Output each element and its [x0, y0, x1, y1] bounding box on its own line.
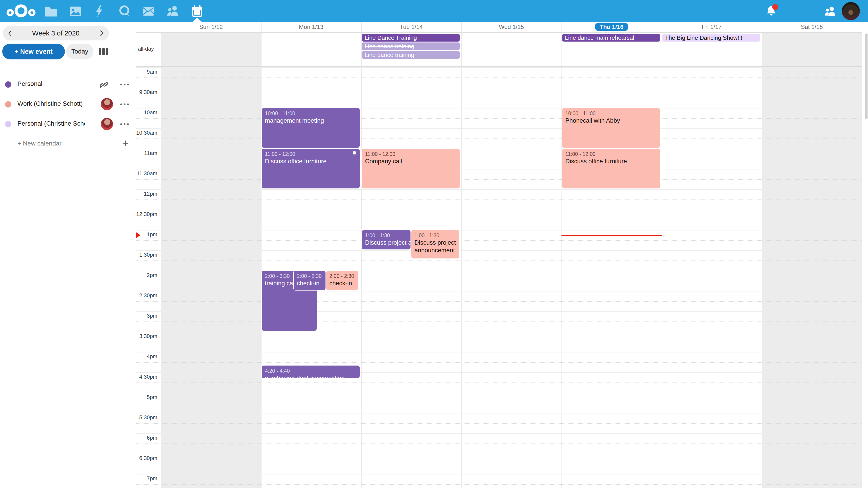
event-time: 11:00 - 12:00 [265, 151, 358, 158]
time-axis-label: 7pm [135, 475, 157, 482]
time-axis-label: 9:30am [135, 89, 157, 95]
day-header: Mon 1/13 [261, 22, 361, 32]
week-label[interactable]: Week 3 of 2020 [18, 26, 94, 40]
top-bar [0, 0, 868, 22]
app-icon-calendar[interactable] [190, 4, 204, 18]
time-axis-label: 12:30pm [135, 211, 157, 217]
time-axis-label: 4:30pm [135, 374, 157, 380]
time-axis-label: 5:30pm [135, 414, 157, 421]
contacts-menu-icon[interactable] [824, 5, 836, 18]
calendar-actions-menu-icon[interactable] [120, 121, 130, 127]
day-header: Tue 1/14 [361, 22, 461, 32]
event-title: management meeting [265, 117, 358, 125]
app-icon-files[interactable] [44, 4, 58, 18]
timed-event[interactable]: 10:00 - 11:00Phonecall with Abby [562, 108, 660, 148]
current-time-arrow [136, 232, 141, 238]
app-icon-talk[interactable] [118, 4, 131, 18]
day-column[interactable] [762, 67, 862, 488]
notifications-bell-icon[interactable] [765, 5, 778, 18]
today-button[interactable]: Today [66, 43, 93, 59]
allday-event[interactable]: Line Dance Training [362, 34, 460, 41]
app-icon-photos[interactable] [68, 4, 82, 18]
new-event-button[interactable]: + New event [2, 43, 65, 59]
view-switcher-icon[interactable] [99, 48, 108, 55]
allday-event[interactable]: The Big Line Dancing Show!!! [662, 34, 760, 41]
sidebar: Week 3 of 2020 + New event Today Persona… [0, 22, 135, 488]
event-time: 1:00 - 1:30 [365, 232, 408, 239]
time-axis-label: 9am [135, 69, 157, 75]
allday-event[interactable]: Line dance training [362, 51, 460, 59]
time-axis-label: 2pm [135, 272, 157, 278]
current-time-line [561, 235, 662, 236]
timed-event[interactable]: 10:00 - 11:00management meeting [262, 108, 360, 148]
calendar-actions-menu-icon[interactable] [120, 81, 130, 88]
event-time: 2:00 - 2:30 [329, 273, 356, 280]
calendar-name: Work (Christine Schott) [18, 100, 83, 107]
plus-icon [122, 139, 130, 147]
active-app-pointer [192, 18, 202, 22]
timed-event[interactable]: 11:00 - 12:00Discuss office furniture [262, 149, 360, 188]
time-axis-label: 3pm [135, 313, 157, 319]
previous-week-button[interactable] [3, 26, 18, 40]
new-calendar-button[interactable]: + New calendar [0, 134, 135, 154]
event-time: 10:00 - 11:00 [565, 110, 658, 117]
nextcloud-logo[interactable] [6, 3, 36, 19]
allday-event[interactable]: Line dance training [362, 42, 460, 50]
event-title: Discuss project announcement [365, 239, 408, 247]
day-column[interactable] [361, 67, 461, 488]
link-icon[interactable] [98, 78, 110, 91]
time-axis-label: 12pm [135, 191, 157, 197]
app-icon-activity[interactable] [93, 4, 106, 18]
timed-event[interactable]: 11:00 - 12:00Company call [362, 149, 460, 188]
calendar-list-item[interactable]: Work (Christine Schott) [0, 94, 135, 114]
app-icon-contacts[interactable] [166, 4, 180, 18]
day-header: Wed 1/15 [461, 22, 561, 32]
notification-dot [772, 4, 778, 10]
divider [135, 32, 862, 33]
day-column[interactable] [461, 67, 561, 488]
event-title: Discuss office furniture [565, 158, 658, 165]
event-title: Discuss project announcement [414, 239, 457, 254]
calendar-list-item[interactable]: Personal (Christine Scho... [0, 114, 135, 134]
time-axis-label: 4pm [135, 353, 157, 360]
today-pill[interactable]: Thu 1/16 [595, 23, 628, 31]
time-axis-label: 2:30pm [135, 292, 157, 299]
calendar-name: Personal (Christine Scho... [18, 120, 85, 127]
new-calendar-label: + New calendar [18, 140, 61, 147]
allday-event[interactable]: Line dance main rehearsal [562, 34, 660, 41]
grid-vertical-line [862, 22, 862, 488]
calendar-color-dot [5, 101, 11, 107]
event-title: Company call [365, 158, 458, 165]
time-axis-label: 11:30am [135, 170, 157, 177]
event-time: 4:20 - 4:40 [265, 367, 358, 375]
time-axis-label: 11am [135, 150, 157, 156]
timed-event[interactable]: 2:00 - 2:30check-in [326, 271, 358, 290]
day-column[interactable] [662, 67, 762, 488]
divider [135, 66, 862, 67]
day-column[interactable] [161, 67, 261, 488]
timed-event[interactable]: 11:00 - 12:00Discuss office furniture [562, 149, 660, 188]
user-avatar[interactable] [842, 2, 860, 20]
app-icon-mail[interactable] [142, 4, 155, 18]
event-time: 2:00 - 2:30 [297, 273, 323, 280]
timed-event[interactable]: 2:00 - 2:30check-in [293, 271, 326, 290]
event-title: Discuss office furniture [265, 158, 358, 165]
next-week-button[interactable] [94, 26, 109, 40]
week-navigation: Week 3 of 2020 [3, 26, 109, 40]
timed-event[interactable]: 4:20 - 4:40purchasing dept conversation [262, 365, 360, 378]
time-axis-label: 6pm [135, 435, 157, 441]
day-header: Sat 1/18 [762, 22, 862, 32]
time-axis-label: 6:30pm [135, 455, 157, 461]
calendar-actions-menu-icon[interactable] [120, 101, 130, 107]
event-title: purchasing dept conversation [265, 375, 358, 378]
day-header: Fri 1/17 [662, 22, 762, 32]
calendar-list-item[interactable]: Personal [0, 74, 135, 94]
timed-event[interactable]: 1:00 - 1:30Discuss project announcement [411, 230, 460, 258]
scrollbar[interactable] [865, 33, 868, 119]
event-time: 11:00 - 12:00 [365, 151, 458, 158]
timed-event[interactable]: 1:00 - 1:30Discuss project announcement [362, 230, 410, 250]
time-axis-label: 5pm [135, 394, 157, 400]
calendar-name: Personal [18, 80, 42, 88]
calendar-list: PersonalWork (Christine Schott)Personal … [0, 74, 135, 154]
time-axis-label: 1:30pm [135, 252, 157, 258]
